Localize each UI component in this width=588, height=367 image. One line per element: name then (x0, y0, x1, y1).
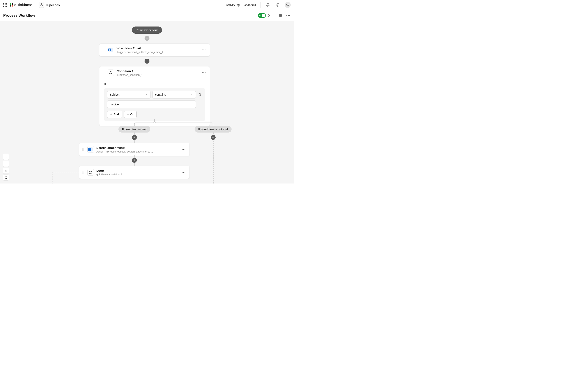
help-icon[interactable] (275, 2, 281, 8)
loop-icon (87, 169, 94, 175)
drag-handle-icon[interactable] (82, 171, 85, 174)
page-title: Process Workflow (3, 13, 35, 18)
loop-step-card[interactable]: Loop quickbase_condition_1 (79, 166, 190, 179)
step-title: Search attachments (96, 146, 178, 150)
branch-true-label: If condition is met (118, 126, 150, 133)
svg-point-9 (280, 14, 280, 15)
svg-rect-2 (10, 5, 11, 7)
pipeline-enable-toggle[interactable] (258, 13, 266, 18)
check-icon (259, 14, 261, 17)
breadcrumb-label: Pipelines (46, 3, 60, 7)
svg-rect-1 (12, 3, 13, 5)
add-step-button[interactable]: + (211, 135, 216, 140)
connector-dashed (213, 133, 214, 184)
divider (275, 13, 275, 18)
step-subtitle: quickbase_condition_1 (96, 173, 178, 176)
zoom-fit-button[interactable] (3, 167, 9, 174)
breadcrumb[interactable]: Pipelines (39, 2, 60, 8)
svg-point-6 (42, 5, 43, 6)
brand-logo-mark (10, 3, 13, 7)
svg-point-8 (277, 6, 278, 6)
connector-dashed (52, 172, 79, 172)
svg-point-5 (40, 5, 41, 6)
brand-name: quickbase (14, 3, 32, 7)
more-menu-icon[interactable] (286, 13, 291, 18)
connector-dashed (52, 172, 52, 184)
divider (260, 2, 260, 8)
svg-point-4 (41, 3, 42, 4)
action-step-card[interactable]: Search attachments Action · microsoft_ou… (79, 143, 190, 156)
zoom-out-button[interactable]: − (3, 161, 9, 167)
step-subtitle: Action · microsoft_outlook_search_attach… (96, 150, 178, 153)
activity-log-link[interactable]: Activity log (226, 3, 240, 7)
notifications-icon[interactable] (265, 2, 271, 8)
zoom-in-button[interactable]: + (3, 154, 9, 160)
settings-icon[interactable] (278, 13, 283, 18)
branch-connector (0, 21, 294, 184)
apps-menu-icon[interactable] (3, 3, 7, 7)
branch-false-label: If condition is not met (195, 126, 232, 133)
svg-point-11 (280, 16, 280, 17)
avatar[interactable]: AB (285, 2, 291, 8)
toggle-label: On (268, 14, 271, 17)
fullscreen-button[interactable] (3, 175, 9, 181)
brand-logo[interactable]: quickbase (10, 3, 32, 7)
workflow-canvas[interactable]: Start workflow + When New Email Trigger … (0, 21, 294, 184)
outlook-icon (87, 146, 94, 153)
step-title: Loop (96, 169, 178, 173)
svg-point-10 (281, 15, 281, 16)
step-more-menu[interactable] (181, 148, 186, 151)
channels-link[interactable]: Channels (244, 3, 256, 7)
svg-rect-3 (12, 5, 13, 7)
add-step-button[interactable]: + (132, 158, 137, 163)
drag-handle-icon[interactable] (82, 148, 85, 151)
step-more-menu[interactable] (181, 171, 186, 174)
pipeline-icon (39, 2, 44, 8)
svg-rect-0 (10, 3, 11, 5)
add-step-button[interactable]: + (132, 135, 137, 140)
